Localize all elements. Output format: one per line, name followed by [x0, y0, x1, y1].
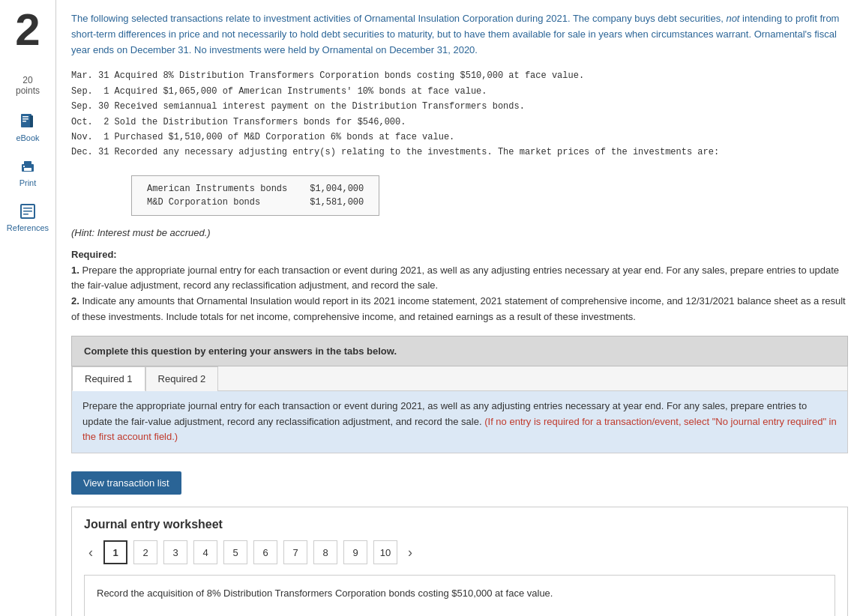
- transaction-item-5: Nov. 1 Purchased $1,510,000 of M&D Corpo…: [71, 130, 848, 145]
- svg-rect-3: [22, 121, 26, 122]
- ebook-label: eBook: [16, 133, 39, 142]
- page-btn-4[interactable]: 4: [193, 540, 217, 564]
- page-btn-1[interactable]: 1: [103, 540, 127, 564]
- required-section: Required: 1. Prepare the appropriate jou…: [71, 247, 848, 325]
- transaction-list: Mar. 31 Acquired 8% Distribution Transfo…: [71, 68, 848, 160]
- required-label: Required:: [71, 249, 117, 260]
- page-btn-3[interactable]: 3: [163, 540, 187, 564]
- svg-rect-12: [23, 214, 28, 215]
- page-btn-6[interactable]: 6: [253, 540, 277, 564]
- points-label: 20 points: [16, 75, 40, 96]
- market-price-value-2: $1,581,000: [310, 196, 364, 209]
- print-button[interactable]: Print: [17, 156, 38, 187]
- references-label: References: [7, 223, 49, 232]
- svg-rect-8: [23, 166, 25, 167]
- page-btn-9[interactable]: 9: [343, 540, 367, 564]
- complete-box: Complete this question by entering your …: [71, 336, 848, 366]
- view-transaction-list-button[interactable]: View transaction list: [71, 471, 181, 495]
- question-number: 2: [15, 7, 40, 52]
- journal-worksheet-box: Journal entry worksheet ‹ 1 2 3 4 5 6 7 …: [71, 507, 848, 616]
- main-content: The following selected transactions rela…: [56, 0, 863, 616]
- market-price-table: American Instruments bonds $1,004,000 M&…: [131, 175, 379, 216]
- svg-rect-4: [30, 115, 33, 127]
- sidebar-icons: eBook Print: [7, 111, 49, 232]
- market-price-row-2: M&D Corporation bonds $1,581,000: [147, 196, 364, 209]
- market-price-name-1: American Instruments bonds: [147, 182, 310, 196]
- tabs-header: Required 1 Required 2: [72, 366, 847, 391]
- svg-rect-0: [21, 114, 31, 127]
- tab-required-2[interactable]: Required 2: [145, 366, 219, 391]
- page-btn-10[interactable]: 10: [373, 540, 397, 564]
- required-item-1: 1. Prepare the appropriate journal entry…: [71, 265, 839, 292]
- hint-text: (Hint: Interest must be accrued.): [71, 227, 848, 238]
- tabs-container: Required 1 Required 2 Prepare the approp…: [71, 366, 848, 453]
- prev-page-button[interactable]: ‹: [84, 543, 97, 562]
- svg-rect-6: [24, 161, 31, 165]
- transaction-item-6: Dec. 31 Recorded any necessary adjusting…: [71, 145, 848, 160]
- journal-worksheet-title: Journal entry worksheet: [84, 518, 835, 531]
- market-price-row-1: American Instruments bonds $1,004,000: [147, 182, 364, 196]
- svg-rect-11: [23, 211, 32, 212]
- market-price-value-1: $1,004,000: [310, 182, 364, 196]
- references-button[interactable]: References: [7, 201, 49, 232]
- references-icon: [17, 201, 38, 222]
- svg-rect-7: [24, 168, 31, 171]
- print-label: Print: [19, 178, 37, 187]
- page-btn-5[interactable]: 5: [223, 540, 247, 564]
- transaction-item-4: Oct. 2 Sold the Distribution Transformer…: [71, 115, 848, 130]
- svg-rect-1: [22, 116, 28, 118]
- intro-paragraph: The following selected transactions rela…: [71, 11, 848, 58]
- print-icon: [17, 156, 38, 177]
- left-panel: 2 20 points eBook: [0, 0, 56, 616]
- transaction-item-3: Sep. 30 Received semiannual interest pay…: [71, 99, 848, 114]
- complete-box-text: Complete this question by entering your …: [84, 345, 397, 357]
- market-price-name-2: M&D Corporation bonds: [147, 196, 310, 209]
- journal-instruction: Record the acquisition of 8% Distributio…: [84, 575, 835, 616]
- ebook-button[interactable]: eBook: [16, 111, 39, 142]
- page-btn-2[interactable]: 2: [133, 540, 157, 564]
- transaction-item-1: Mar. 31 Acquired 8% Distribution Transfo…: [71, 68, 848, 83]
- page-btn-8[interactable]: 8: [313, 540, 337, 564]
- ebook-icon: [17, 111, 38, 132]
- required-item-2: 2. Indicate any amounts that Ornamental …: [71, 295, 846, 322]
- next-page-button[interactable]: ›: [403, 543, 417, 562]
- page-btn-7[interactable]: 7: [283, 540, 307, 564]
- svg-rect-10: [23, 208, 32, 209]
- tab-content-required-1: Prepare the appropriate journal entry fo…: [72, 391, 847, 453]
- transaction-item-2: Sep. 1 Acquired $1,065,000 of American I…: [71, 84, 848, 99]
- tab-required-1[interactable]: Required 1: [72, 366, 145, 391]
- svg-rect-2: [22, 118, 28, 120]
- pagination-row: ‹ 1 2 3 4 5 6 7 8 9 10 ›: [84, 540, 835, 564]
